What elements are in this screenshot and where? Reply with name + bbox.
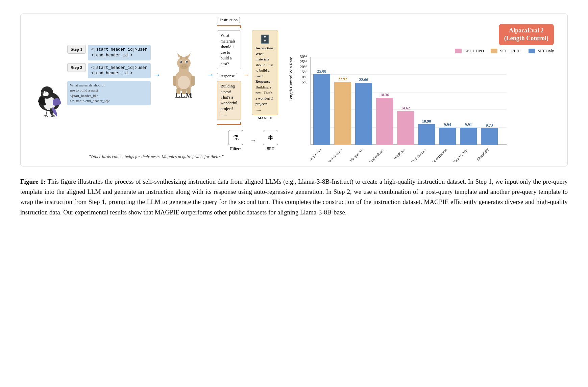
right-chart: AlpacaEval 2 (Length Control) SFT + DPO …: [288, 24, 554, 102]
svg-text:9.73: 9.73: [486, 123, 493, 128]
figure-caption: Figure 1: This figure illustrates the pr…: [20, 177, 568, 218]
db-instruction-line: Instruction: What materials should I use…: [255, 45, 274, 79]
steps-column: Step 1 <|start_header_id|>user <|end_hea…: [67, 45, 151, 105]
svg-rect-61: [313, 74, 330, 145]
legend-color-sft-dpo: [455, 49, 462, 53]
svg-text:OpenHermes: OpenHermes: [431, 148, 448, 162]
caption-magpie1: AGPIE: [430, 198, 448, 205]
svg-rect-69: [397, 111, 414, 145]
chart-title: AlpacaEval 2 (Length Control): [499, 24, 554, 45]
response-bubble: Building a nest! That's a wonderful proj…: [217, 81, 241, 120]
svg-point-37: [180, 56, 182, 59]
svg-point-28: [185, 66, 186, 67]
chart-outer: Length Control Win Rate 5% 10% 15% 20% 2…: [288, 57, 554, 102]
legend-sft-only: SFT Only: [529, 49, 554, 54]
instruction-header: Instruction: [215, 17, 243, 23]
y-axis-label: Length Control Win Rate: [288, 57, 294, 102]
filter-sft-row: ⚗ Filters → ❄ SFT: [34, 130, 278, 151]
legend-label-sft-only: SFT Only: [538, 49, 554, 54]
svg-line-10: [46, 115, 48, 117]
sft-box: ❄ SFT: [263, 130, 278, 151]
left-diagram: Step 1 <|start_header_id|>user <|end_hea…: [34, 24, 278, 159]
svg-text:UltraFeedback: UltraFeedback: [367, 147, 385, 161]
llama-svg: [167, 50, 201, 94]
svg-text:14.62: 14.62: [401, 106, 410, 110]
step1-box: Step 1 <|start_header_id|>user <|end_hea…: [67, 45, 151, 60]
y-tick-15: 15%: [295, 70, 309, 75]
bird-svg: [34, 73, 65, 117]
svg-point-18: [180, 64, 188, 69]
filters-box: ⚗ Filters: [228, 130, 243, 151]
bird-illustration: [34, 73, 65, 118]
db-dots: ......: [255, 107, 274, 112]
svg-point-36: [178, 76, 190, 89]
bird-quote: "Other birds collect twigs for their nes…: [34, 154, 278, 159]
step2-label: Step 2: [67, 63, 86, 72]
arrow-to-db: →: [244, 72, 249, 78]
svg-rect-35: [191, 76, 195, 86]
svg-point-38: [185, 56, 188, 59]
orange-bottom-border: [217, 122, 241, 125]
bar-chart-corrected: 25.08 22.92 22.66 18.36 14.62: [311, 57, 510, 162]
svg-rect-67: [376, 98, 393, 145]
legend-sft-rlhf: SFT + RLHF: [491, 49, 522, 54]
y-ticks: 5% 10% 15% 20% 25% 30%: [295, 57, 309, 85]
y-tick-10: 10%: [295, 75, 309, 80]
svg-text:Llama-3-Instruct: Llama-3-Instruct: [322, 148, 343, 162]
legend-label-sft-rlhf: SFT + RLHF: [500, 49, 522, 54]
svg-rect-75: [460, 128, 477, 145]
response-label-tag: Response: [217, 73, 237, 79]
magpie-db-box: 🗄️ Instruction: What materials should I …: [252, 30, 278, 120]
arrow-to-responses: →: [207, 71, 214, 79]
chart-title-area: AlpacaEval 2 (Length Control): [288, 24, 554, 45]
svg-text:22.92: 22.92: [338, 77, 347, 81]
y-tick-30: 30%: [295, 54, 309, 59]
svg-text:9.94: 9.94: [444, 122, 451, 127]
main-diagram-row: Step 1 <|start_header_id|>user <|end_hea…: [34, 25, 278, 125]
svg-text:22.66: 22.66: [359, 77, 368, 82]
orange-top-border: [217, 25, 241, 28]
step2-content: <|start_header_id|>user <|end_header_id|…: [88, 63, 151, 79]
svg-text:Tulu V2 Mix: Tulu V2 Mix: [452, 147, 469, 161]
sft-icon: ❄: [263, 130, 278, 145]
llm-label: LLM: [175, 91, 192, 100]
legend-color-sft-rlhf: [491, 49, 497, 53]
caption-text3: outperforms other public datasets for al…: [179, 209, 347, 216]
figure-ref: Figure 1:: [20, 178, 46, 185]
svg-text:WildChat: WildChat: [393, 148, 406, 160]
sft-label: SFT: [267, 146, 274, 151]
llm-box: LLM: [167, 50, 201, 100]
legend-label-sft-dpo: SFT + DPO: [464, 49, 484, 54]
svg-rect-77: [481, 128, 498, 145]
svg-text:18.36: 18.36: [380, 93, 389, 97]
svg-rect-73: [439, 128, 456, 145]
svg-text:Magpie-Pro: Magpie-Pro: [311, 147, 322, 161]
svg-text:Magpie-Air: Magpie-Air: [349, 147, 364, 161]
db-icon: 🗄️: [255, 33, 274, 45]
svg-text:9.91: 9.91: [465, 122, 472, 127]
y-tick-20: 20%: [295, 64, 309, 70]
db-content: 🗄️ Instruction: What materials should I …: [252, 30, 278, 115]
svg-rect-65: [355, 83, 372, 145]
filter-icon: ⚗: [228, 130, 243, 145]
legend-sft-dpo: SFT + DPO: [455, 49, 484, 54]
chart-legend: SFT + DPO SFT + RLHF SFT Only: [288, 49, 554, 54]
db-response-line: Response: Building a nest! That's a wond…: [255, 79, 274, 107]
response-section: Instruction What materials should I use …: [217, 25, 241, 125]
step2-box: Step 2 <|start_header_id|>user <|end_hea…: [67, 63, 151, 79]
chart-inner: 5% 10% 15% 20% 25% 30%: [295, 57, 554, 102]
instruction-bubble: What materials should I use to build a n…: [217, 30, 241, 69]
magpie-label: MAGPIE: [258, 116, 272, 120]
svg-rect-71: [418, 124, 435, 145]
figure-container: Step 1 <|start_header_id|>user <|end_hea…: [20, 14, 568, 166]
svg-text:Evol.Instruct: Evol.Instruct: [411, 148, 427, 162]
svg-text:ShareGPT: ShareGPT: [476, 148, 490, 161]
arrow-to-llm: →: [153, 71, 161, 79]
svg-line-7: [46, 111, 47, 115]
legend-color-sft-only: [529, 49, 535, 53]
svg-rect-34: [173, 76, 176, 86]
svg-text:10.90: 10.90: [422, 119, 431, 124]
svg-point-6: [45, 91, 46, 92]
step1-content: <|start_header_id|>user <|end_header_id|…: [88, 45, 151, 60]
step1-label: Step 1: [67, 45, 86, 54]
